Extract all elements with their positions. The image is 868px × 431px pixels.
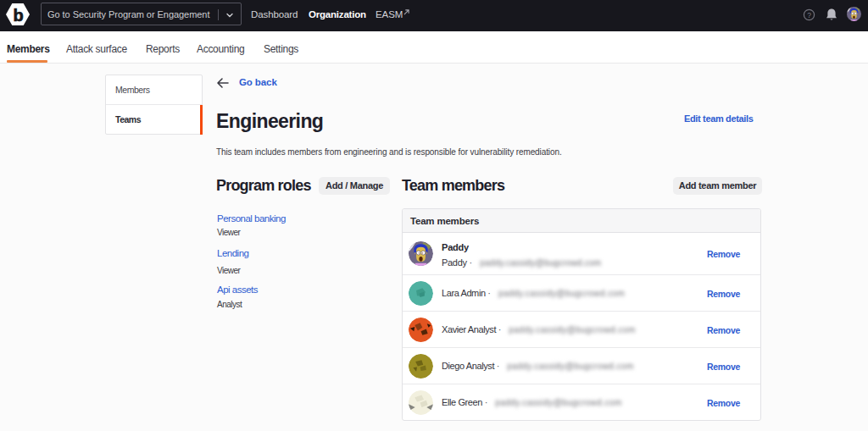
svg-text:b: b xyxy=(13,6,23,25)
svg-text:?: ? xyxy=(807,10,811,19)
